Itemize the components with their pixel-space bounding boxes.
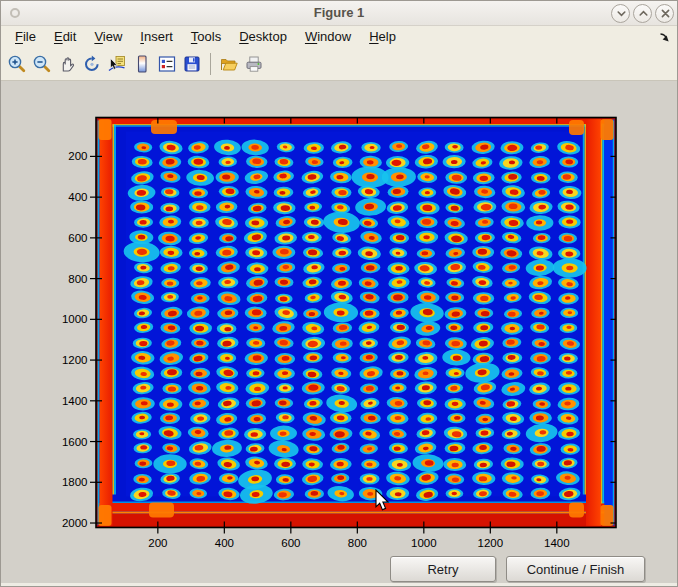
zoom-in-icon [7, 54, 27, 74]
rotate-3d-icon [82, 54, 102, 74]
close-icon [656, 4, 673, 23]
menu-window[interactable]: Window [296, 27, 360, 47]
retry-button[interactable]: Retry [390, 556, 496, 582]
open-file-button[interactable] [218, 52, 240, 76]
colorbar-icon [132, 54, 152, 74]
x-tick-label: 600 [281, 537, 300, 549]
figure-toolbar [1, 48, 677, 81]
insert-legend-button[interactable] [156, 52, 178, 76]
toolbar-separator [210, 53, 211, 75]
plate-image-axes[interactable]: 2004006008001000120014002004006008001000… [1, 81, 678, 587]
y-tick-label: 600 [68, 232, 87, 244]
continue-finish-button[interactable]: Continue / Finish [506, 556, 645, 582]
print-figure-button[interactable] [243, 52, 265, 76]
y-tick-label: 1800 [62, 476, 88, 488]
pan-hand-icon [57, 54, 77, 74]
printer-icon [244, 54, 264, 74]
save-figure-button[interactable] [181, 52, 203, 76]
zoom-in-button[interactable] [6, 52, 28, 76]
menubar: FileEditViewInsertToolsDesktopWindowHelp [1, 26, 677, 48]
zoom-out-button[interactable] [31, 52, 53, 76]
y-tick-label: 400 [68, 191, 87, 203]
pan-button[interactable] [56, 52, 78, 76]
window-bottom-edge [1, 583, 677, 587]
window-title: Figure 1 [1, 5, 677, 20]
y-tick-label: 800 [68, 273, 87, 285]
menu-file[interactable]: File [6, 27, 45, 47]
menu-help[interactable]: Help [360, 27, 405, 47]
save-icon [182, 54, 202, 74]
y-tick-label: 1400 [62, 395, 88, 407]
insert-colorbar-button[interactable] [131, 52, 153, 76]
open-folder-icon [219, 54, 239, 74]
y-tick-label: 2000 [62, 517, 88, 529]
data-cursor-icon [107, 54, 127, 74]
legend-icon [157, 54, 177, 74]
menubar-items: FileEditViewInsertToolsDesktopWindowHelp [1, 27, 405, 47]
figure-canvas: 2004006008001000120014002004006008001000… [1, 81, 677, 587]
x-tick-label: 1400 [544, 537, 570, 549]
chevron-down-icon [612, 4, 629, 23]
x-tick-label: 800 [348, 537, 367, 549]
figure-window: Figure 1 FileEditViewInsertToolsDesktopW… [0, 0, 678, 587]
close-button[interactable] [655, 4, 674, 23]
menu-insert[interactable]: Insert [131, 27, 182, 47]
x-tick-label: 1000 [411, 537, 437, 549]
x-tick-label: 400 [215, 537, 234, 549]
y-tick-label: 200 [68, 150, 87, 162]
window-controls [611, 4, 674, 23]
y-tick-label: 1600 [62, 436, 88, 448]
titlebar: Figure 1 [1, 1, 677, 26]
menu-tools[interactable]: Tools [182, 27, 230, 47]
dock-figure-icon[interactable] [658, 31, 670, 46]
data-cursor-button[interactable] [106, 52, 128, 76]
menu-view[interactable]: View [85, 27, 131, 47]
chevron-up-icon [634, 4, 651, 23]
shade-button[interactable] [611, 4, 630, 23]
y-tick-label: 1000 [62, 313, 88, 325]
menu-edit[interactable]: Edit [45, 27, 85, 47]
menu-desktop[interactable]: Desktop [230, 27, 296, 47]
maximize-button[interactable] [633, 4, 652, 23]
rotate-3d-button[interactable] [81, 52, 103, 76]
x-tick-label: 1200 [478, 537, 504, 549]
zoom-out-icon [32, 54, 52, 74]
y-tick-label: 1200 [62, 354, 88, 366]
plate-image[interactable] [96, 118, 616, 528]
x-tick-label: 200 [148, 537, 167, 549]
